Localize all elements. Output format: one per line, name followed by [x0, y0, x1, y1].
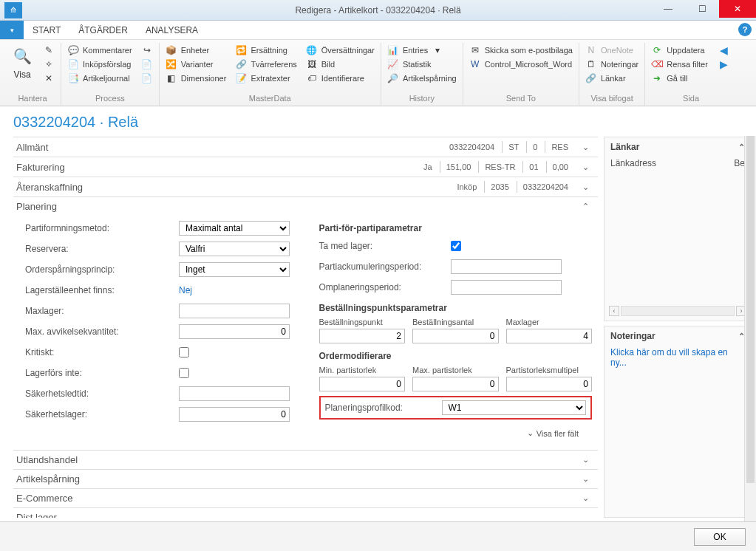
email-button[interactable]: ✉Skicka som e-postbilaga [469, 44, 573, 56]
entries-button[interactable]: 📊Entries ▾ [387, 44, 457, 56]
artikelsparning-button[interactable]: 🔎Artikelspårning [387, 72, 457, 84]
tab-start[interactable]: START [24, 21, 69, 39]
chevron-down-icon[interactable]: ⌄ [527, 428, 534, 438]
rensa-button[interactable]: ⌫Rensa filter [651, 58, 708, 70]
tamedlager-checkbox[interactable] [451, 241, 461, 251]
process-action-1[interactable]: ↪ [141, 44, 153, 56]
chevron-down-icon[interactable]: ⌄ [579, 513, 592, 518]
extratexter-button[interactable]: 📝Extratexter [235, 72, 296, 84]
doc-icon: 📄 [141, 58, 153, 70]
lagerstalleenhet-label: Lagerställeenhet finns: [25, 285, 173, 295]
translate-icon: 🌐 [306, 44, 318, 56]
dimensioner-button[interactable]: ◧Dimensioner [166, 72, 227, 84]
new-note-link[interactable]: Klicka här om du vill skapa en ny... [610, 347, 745, 368]
omplanering-label: Omplaneringsperiod: [319, 282, 445, 292]
sakerhetslager-input[interactable] [179, 407, 290, 422]
ordersparning-select[interactable]: Inget [179, 262, 290, 277]
identifierare-button[interactable]: 🏷Identifierare [306, 72, 375, 84]
ribbon-group-visabifogat: Visa bifogat [585, 92, 638, 106]
kommentarer-button[interactable]: 💬Kommentarer [67, 44, 132, 56]
inkopsforslag-button[interactable]: 📄Inköpsförslag [67, 58, 132, 70]
chevron-down-icon[interactable]: ⌄ [579, 455, 592, 465]
maxlager-label: Maxlager: [25, 306, 173, 316]
tab-analysera[interactable]: ANALYSERA [137, 21, 207, 39]
tvarreferens-button[interactable]: 🔗Tvärreferens [235, 58, 296, 70]
partimult-label: Partistorleksmultipel [506, 366, 593, 374]
tab-atgarder[interactable]: ÅTGÄRDER [69, 21, 137, 39]
close-button[interactable]: ✕ [719, 0, 756, 18]
view-icon[interactable]: 🔍 [10, 44, 34, 68]
kritiskt-checkbox[interactable] [179, 347, 189, 357]
noteringar-title: Noteringar [610, 331, 655, 341]
lagerstalleenhet-value[interactable]: Nej [179, 285, 192, 295]
partimult-input[interactable] [506, 377, 593, 391]
minparti-label: Min. partistorlek [319, 366, 406, 374]
fasttab-distlager[interactable]: Dist.lager⌄ [13, 507, 598, 518]
onenote-button[interactable]: NOneNote [585, 44, 638, 56]
noteringar-button[interactable]: 🗒Noteringar [585, 58, 638, 70]
fasttab-allmant[interactable]: Allmänt 0332204204 ST 0 RES ⌄ [13, 137, 598, 157]
fasttab-fakturering[interactable]: Fakturering Ja 151,00 RES-TR 01 0,00 ⌄ [13, 157, 598, 177]
prev-arrow-icon[interactable]: ◀ [717, 44, 731, 56]
artikeljournal-button[interactable]: 📑Artikeljournal [67, 72, 132, 84]
ersattning-button[interactable]: 🔁Ersättning [235, 44, 296, 56]
minparti-input[interactable] [319, 377, 406, 391]
chevron-down-icon[interactable]: ⌄ [579, 162, 592, 172]
process-action-2[interactable]: 📄 [141, 58, 153, 70]
maxlager2-input[interactable] [506, 329, 593, 343]
uppdatera-button[interactable]: ⟳Uppdatera [651, 44, 708, 56]
maxlager2-label: Maxlager [506, 318, 593, 326]
reservera-label: Reservera: [25, 244, 173, 254]
scroll-left-icon[interactable]: ‹ [609, 306, 619, 316]
omplanering-input[interactable] [451, 280, 562, 295]
ribbon-group-history: History [387, 92, 457, 106]
lankar-button[interactable]: 🔗Länkar [585, 72, 638, 84]
chevron-down-icon[interactable]: ⌄ [579, 493, 592, 503]
file-menu[interactable]: ▾ [0, 21, 24, 39]
visa-button[interactable]: Visa [13, 69, 30, 80]
bestantal-input[interactable] [412, 329, 499, 343]
maximize-button[interactable]: ☐ [685, 0, 719, 18]
fasttab-utlandshandel[interactable]: Utlandshandel⌄ [13, 450, 598, 469]
help-icon[interactable]: ? [738, 23, 752, 36]
bestpunkt-input[interactable] [319, 329, 406, 343]
next-arrow-icon[interactable]: ▶ [717, 58, 731, 70]
ribbon-group-process: Process [67, 92, 153, 106]
process-action-3[interactable]: 📄 [141, 72, 153, 84]
chevron-down-icon[interactable]: ⌄ [579, 182, 592, 192]
varianter-button[interactable]: 🔀Varianter [166, 58, 227, 70]
bild-button[interactable]: 🖼Bild [306, 58, 375, 70]
planprofil-select[interactable]: W1 [442, 400, 587, 415]
ok-button[interactable]: OK [694, 528, 746, 546]
enheter-button[interactable]: 📦Enheter [166, 44, 227, 56]
lagerfors-checkbox[interactable] [179, 368, 189, 378]
edit-button[interactable]: ✎ [43, 44, 55, 56]
delete-button[interactable]: ✕ [43, 72, 55, 84]
main-scrollbar[interactable] [744, 136, 756, 521]
chevron-down-icon[interactable]: ⌄ [579, 474, 592, 484]
fasttab-ecommerce[interactable]: E-Commerce⌄ [13, 488, 598, 507]
word-button[interactable]: WControl_Microsoft_Word [469, 58, 573, 70]
minimize-button[interactable]: — [651, 0, 685, 18]
partiformningsmetod-select[interactable]: Maximalt antal [179, 221, 290, 236]
ordersparning-label: Orderspårningsprincip: [25, 264, 173, 275]
sakerhetsledtid-input[interactable] [179, 386, 290, 401]
titlebar: ⟰ Redigera - Artikelkort - 0332204204 · … [0, 0, 756, 21]
maxavvik-input[interactable] [179, 324, 290, 339]
scroll-track[interactable] [621, 306, 735, 316]
entries-icon: 📊 [387, 44, 399, 56]
notes-icon: 🗒 [585, 58, 597, 70]
chevron-up-icon[interactable]: ⌃ [579, 202, 592, 211]
maxparti-input[interactable] [412, 377, 499, 391]
fasttab-ateranskaffning[interactable]: Återanskaffning Inköp 2035 0332204204 ⌄ [13, 177, 598, 196]
gatill-button[interactable]: ➜Gå till [651, 72, 708, 84]
reservera-select[interactable]: Valfri [179, 242, 290, 256]
new-button[interactable]: ✧ [43, 58, 55, 70]
chevron-down-icon[interactable]: ⌄ [579, 143, 592, 152]
oversattningar-button[interactable]: 🌐Översättningar [306, 44, 375, 56]
fasttab-artikelsparning[interactable]: Artikelspårning⌄ [13, 469, 598, 488]
partiackum-input[interactable] [451, 259, 562, 274]
visafler-link[interactable]: Visa fler fält [537, 429, 579, 438]
maxlager-input[interactable] [179, 304, 290, 318]
statistik-button[interactable]: 📈Statistik [387, 58, 457, 70]
